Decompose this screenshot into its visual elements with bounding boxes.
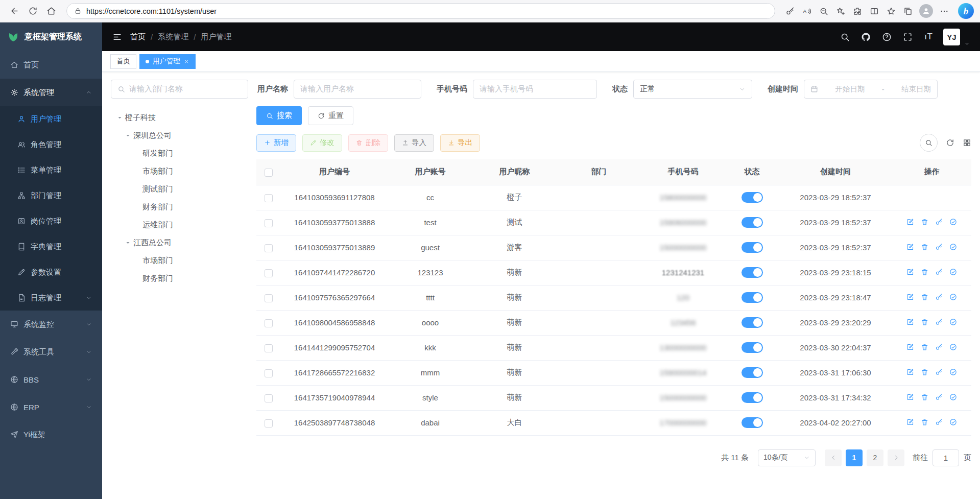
tree-node[interactable]: 江西总公司 — [111, 234, 248, 252]
breadcrumb-home[interactable]: 首页 — [130, 32, 146, 42]
extensions-icon[interactable] — [850, 4, 865, 19]
assign-role-icon[interactable] — [949, 368, 957, 376]
tab-user-management[interactable]: 用户管理 — [139, 54, 196, 69]
status-select[interactable]: 正常 — [633, 80, 752, 99]
caret-down-icon[interactable] — [117, 115, 123, 121]
edit-row-icon[interactable] — [906, 393, 914, 401]
status-toggle[interactable] — [742, 392, 763, 403]
github-icon[interactable] — [861, 32, 871, 42]
assign-role-icon[interactable] — [949, 243, 957, 251]
sidebar-item-bbs[interactable]: BBS — [0, 366, 102, 393]
split-screen-icon[interactable] — [867, 4, 882, 19]
column-settings-button[interactable] — [963, 138, 971, 147]
phone-input[interactable]: 请输入手机号码 — [473, 80, 597, 99]
sidebar-item-tool[interactable]: 系统工具 — [0, 338, 102, 366]
row-checkbox[interactable] — [265, 344, 273, 352]
row-checkbox[interactable] — [265, 419, 273, 427]
hide-search-button[interactable] — [920, 134, 938, 152]
goto-page-input[interactable]: 1 — [933, 449, 959, 466]
row-checkbox[interactable] — [265, 294, 273, 302]
delete-row-icon[interactable] — [921, 293, 928, 301]
sidebar-item-home[interactable]: 首页 — [0, 51, 102, 79]
sidebar-item-role[interactable]: 角色管理 — [0, 132, 102, 157]
search-button[interactable]: 搜索 — [256, 106, 302, 125]
star-icon[interactable] — [883, 4, 899, 19]
refresh-table-button[interactable] — [946, 138, 954, 147]
tree-node[interactable]: 测试部门 — [111, 180, 248, 198]
tree-node[interactable]: 财务部门 — [111, 270, 248, 288]
tree-node[interactable]: 深圳总公司 — [111, 127, 248, 145]
row-checkbox[interactable] — [265, 394, 273, 402]
delete-row-icon[interactable] — [921, 368, 928, 376]
date-range-input[interactable]: 开始日期 - 结束日期 — [804, 80, 938, 99]
assign-role-icon[interactable] — [949, 343, 957, 351]
username-input[interactable]: 请输入用户名称 — [294, 80, 421, 99]
tree-node[interactable]: 财务部门 — [111, 198, 248, 216]
next-page-button[interactable] — [888, 449, 904, 466]
status-toggle[interactable] — [742, 317, 763, 328]
tab-close-icon[interactable] — [184, 59, 189, 64]
tab-home[interactable]: 首页 — [110, 54, 136, 69]
edit-row-icon[interactable] — [906, 368, 914, 376]
sidebar-item-post[interactable]: 岗位管理 — [0, 208, 102, 234]
reset-password-icon[interactable] — [935, 243, 943, 251]
delete-button[interactable]: 删除 — [348, 134, 388, 152]
edit-button[interactable]: 修改 — [302, 134, 342, 152]
edit-row-icon[interactable] — [906, 418, 914, 426]
browser-back-icon[interactable] — [6, 3, 22, 19]
font-size-icon[interactable]: тT — [924, 32, 932, 42]
delete-row-icon[interactable] — [921, 243, 928, 251]
row-checkbox[interactable] — [265, 194, 273, 202]
sidebar-item-yiframe[interactable]: Yi框架 — [0, 421, 102, 448]
status-toggle[interactable] — [742, 417, 763, 428]
edit-row-icon[interactable] — [906, 243, 914, 251]
reset-password-icon[interactable] — [935, 318, 943, 326]
reset-password-icon[interactable] — [935, 418, 943, 426]
sidebar-item-monitor[interactable]: 系统监控 — [0, 311, 102, 338]
sidebar-item-dept[interactable]: 部门管理 — [0, 183, 102, 208]
delete-row-icon[interactable] — [921, 318, 928, 326]
help-icon[interactable] — [882, 32, 892, 42]
assign-role-icon[interactable] — [949, 268, 957, 276]
fullscreen-icon[interactable] — [903, 32, 913, 42]
add-button[interactable]: 新增 — [256, 134, 296, 152]
prev-page-button[interactable] — [825, 449, 842, 466]
edit-row-icon[interactable] — [906, 318, 914, 326]
delete-row-icon[interactable] — [921, 268, 928, 276]
select-all-checkbox[interactable] — [265, 169, 273, 177]
reset-button[interactable]: 重置 — [308, 106, 353, 125]
row-checkbox[interactable] — [265, 269, 273, 277]
reset-password-icon[interactable] — [935, 393, 943, 401]
edit-row-icon[interactable] — [906, 343, 914, 351]
delete-row-icon[interactable] — [921, 418, 928, 426]
sidebar-item-dict[interactable]: 字典管理 — [0, 234, 102, 259]
collapse-sidebar-icon[interactable] — [112, 32, 122, 42]
sidebar-item-user[interactable]: 用户管理 — [0, 106, 102, 132]
key-icon[interactable] — [782, 4, 798, 19]
assign-role-icon[interactable] — [949, 318, 957, 326]
edit-row-icon[interactable] — [906, 293, 914, 301]
address-bar[interactable]: https://ccnetcore.com:1101/system/user — [66, 3, 775, 19]
sidebar-item-erp[interactable]: ERP — [0, 393, 102, 421]
assign-role-icon[interactable] — [949, 418, 957, 426]
profile-icon[interactable] — [919, 4, 933, 18]
assign-role-icon[interactable] — [949, 218, 957, 226]
status-toggle[interactable] — [742, 242, 763, 253]
reset-password-icon[interactable] — [935, 268, 943, 276]
tree-node[interactable]: 橙子科技 — [111, 109, 248, 127]
favorite-add-icon[interactable] — [833, 4, 848, 19]
delete-row-icon[interactable] — [921, 343, 928, 351]
more-icon[interactable] — [937, 4, 952, 19]
tree-node[interactable]: 研发部门 — [111, 145, 248, 162]
bing-icon[interactable]: b — [958, 3, 974, 19]
sidebar-item-system[interactable]: 系统管理 — [0, 79, 102, 106]
status-toggle[interactable] — [742, 367, 763, 378]
page-button-2[interactable]: 2 — [867, 449, 883, 466]
tree-node[interactable]: 运维部门 — [111, 216, 248, 234]
dept-search-input[interactable]: 请输入部门名称 — [111, 80, 248, 99]
reset-password-icon[interactable] — [935, 343, 943, 351]
reset-password-icon[interactable] — [935, 293, 943, 301]
status-toggle[interactable] — [742, 342, 763, 353]
browser-home-icon[interactable] — [43, 3, 59, 19]
tree-node[interactable]: 市场部门 — [111, 162, 248, 180]
